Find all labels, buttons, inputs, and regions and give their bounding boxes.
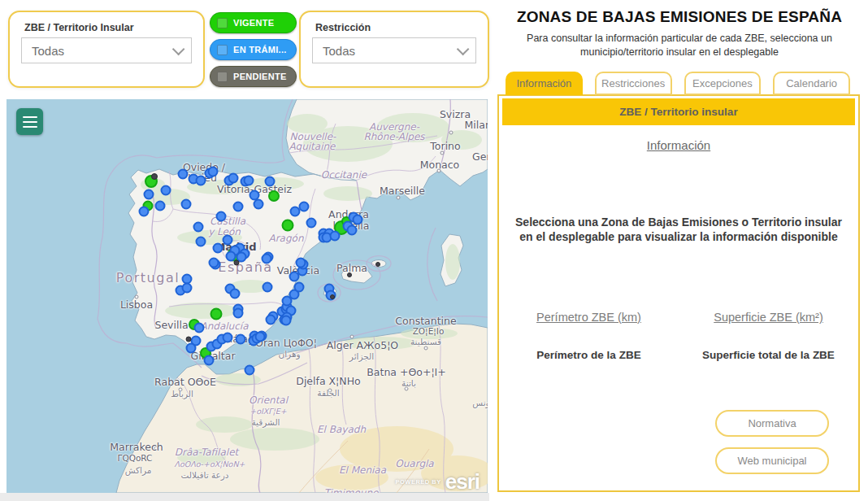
town-dot <box>449 131 454 135</box>
zbe-marker-blue[interactable] <box>155 201 166 211</box>
status-filter-pendiente[interactable]: PENDIENTE <box>210 66 297 87</box>
town-dot <box>328 389 332 393</box>
zbe-marker-blue[interactable] <box>254 199 264 210</box>
zbe-marker-blue[interactable] <box>233 308 244 319</box>
zbe-marker-blue[interactable] <box>353 215 363 225</box>
town-dot <box>154 447 158 451</box>
zbe-filter-box: ZBE / Territorio Insular Todas <box>8 11 205 88</box>
section-title-link[interactable]: Información <box>499 138 858 152</box>
city-dot <box>151 173 158 180</box>
zbe-marker-blue[interactable] <box>139 207 150 217</box>
zbe-marker-green[interactable] <box>268 190 280 202</box>
zbe-marker-blue[interactable] <box>266 315 276 325</box>
panel-message: Selecciona una Zona de Bajas Emisiones o… <box>515 215 842 244</box>
zbe-marker-green[interactable] <box>282 220 294 232</box>
status-filter-vigente[interactable]: VIGENTE <box>210 12 297 33</box>
zbe-marker-blue[interactable] <box>182 283 193 294</box>
city-dot <box>186 337 192 342</box>
zbe-marker-blue[interactable] <box>330 231 341 242</box>
status-filter-label: VIGENTE <box>233 18 274 28</box>
map-attribution: POWERED BY esri <box>395 473 480 491</box>
zbe-marker-blue[interactable] <box>244 176 254 186</box>
tab-bar: InformaciónRestriccionesExcepcionesCalen… <box>506 72 850 95</box>
zbe-marker-blue[interactable] <box>281 316 292 326</box>
map-bottom-strip <box>0 493 489 501</box>
zbe-marker-blue[interactable] <box>196 237 206 247</box>
zbe-marker-blue[interactable] <box>196 176 206 186</box>
restriccion-filter-label: Restricción <box>315 22 371 33</box>
zbe-marker-blue[interactable] <box>216 211 227 222</box>
powered-by-text: POWERED BY <box>395 478 441 486</box>
zbe-select[interactable]: Todas <box>21 37 192 63</box>
city-dot <box>375 262 380 267</box>
zbe-marker-blue[interactable] <box>265 176 276 187</box>
city-dot <box>330 294 335 299</box>
zbe-marker-blue[interactable] <box>178 169 189 180</box>
zbe-marker-blue[interactable] <box>223 333 233 343</box>
zbe-marker-blue[interactable] <box>236 334 246 345</box>
zbe-marker-blue[interactable] <box>208 167 219 177</box>
zbe-marker-blue[interactable] <box>181 199 192 210</box>
town-dot <box>437 169 441 173</box>
info-panel: ZBE / Territorio insular Información Sel… <box>497 94 860 492</box>
zbe-marker-blue[interactable] <box>223 235 233 246</box>
metric-values: Perímetro de la ZBE Superficie total de … <box>499 349 858 361</box>
map-menu-button[interactable] <box>16 108 43 135</box>
page-subtitle: Para consultar la información particular… <box>497 32 861 59</box>
zbe-marker-blue[interactable] <box>230 289 241 299</box>
town-dot <box>405 387 409 391</box>
panel-buttons: NormativaWeb municipal <box>715 410 829 474</box>
tab-informacion[interactable]: Información <box>506 72 583 95</box>
checkbox-icon <box>217 45 228 55</box>
zbe-marker-blue[interactable] <box>228 173 239 184</box>
zbe-marker-blue[interactable] <box>161 185 171 196</box>
zbe-marker-blue[interactable] <box>296 258 306 268</box>
zbe-marker-blue[interactable] <box>255 332 266 342</box>
zbe-marker-green[interactable] <box>210 308 223 320</box>
town-dot <box>350 335 354 339</box>
zbe-marker-blue[interactable] <box>194 323 205 333</box>
status-filter-label: PENDIENTE <box>233 72 287 81</box>
normativa-button[interactable]: Normativa <box>715 410 829 437</box>
zbe-marker-blue[interactable] <box>306 218 317 229</box>
status-filter-label: EN TRÁMI... <box>233 45 287 54</box>
zbe-marker-blue[interactable] <box>294 282 305 293</box>
panel-banner: ZBE / Territorio insular <box>502 98 855 125</box>
town-dot <box>179 388 183 392</box>
zbe-filter-label: ZBE / Territorio Insular <box>24 22 134 33</box>
restriccion-select-value: Todas <box>323 44 355 58</box>
zbe-marker-blue[interactable] <box>144 190 154 200</box>
zbe-marker-blue[interactable] <box>209 258 219 268</box>
town-dot <box>135 295 139 299</box>
zbe-marker-blue[interactable] <box>213 243 224 254</box>
status-filters: VIGENTEEN TRÁMI...PENDIENTE <box>210 12 297 87</box>
zbe-marker-blue[interactable] <box>233 202 244 212</box>
zbe-select-value: Todas <box>32 44 64 58</box>
zbe-marker-blue[interactable] <box>193 222 204 233</box>
zbe-marker-blue[interactable] <box>186 343 197 354</box>
web-municipal-button[interactable]: Web municipal <box>715 447 829 474</box>
zbe-marker-blue[interactable] <box>263 282 273 293</box>
tab-calendario[interactable]: Calendario <box>773 72 850 95</box>
checkbox-icon <box>217 18 228 28</box>
page-title: ZONAS DE BAJAS EMISIONES DE ESPAÑA <box>497 8 861 26</box>
chevron-down-icon <box>457 42 470 55</box>
hamburger-icon <box>23 116 37 118</box>
zbe-marker-blue[interactable] <box>245 365 255 376</box>
zbe-marker-blue[interactable] <box>282 296 293 307</box>
map-basemap <box>7 99 488 493</box>
map-canvas[interactable]: SvizraMilanoTorinoGenovaMonacoMarseilleA… <box>7 99 488 493</box>
page: ZBE / Territorio Insular Todas VIGENTEEN… <box>0 0 868 501</box>
restriccion-select[interactable]: Todas <box>312 37 476 63</box>
zbe-marker-blue[interactable] <box>204 355 215 366</box>
zbe-marker-blue[interactable] <box>347 225 358 236</box>
page-header: ZONAS DE BAJAS EMISIONES DE ESPAÑA Para … <box>497 8 861 59</box>
tab-excepciones[interactable]: Excepciones <box>684 72 762 95</box>
checkbox-icon <box>217 72 228 82</box>
zbe-marker-blue[interactable] <box>299 202 310 212</box>
city-dot <box>234 260 240 266</box>
status-filter-en-tramite[interactable]: EN TRÁMI... <box>210 39 297 60</box>
tab-restricciones[interactable]: Restricciones <box>595 72 672 95</box>
town-dot <box>424 346 428 351</box>
zbe-marker-blue[interactable] <box>262 254 272 264</box>
